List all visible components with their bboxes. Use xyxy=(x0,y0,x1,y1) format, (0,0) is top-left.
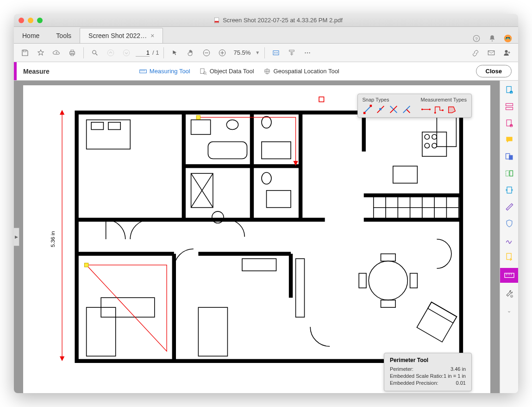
help-icon[interactable]: ? xyxy=(472,34,481,43)
page-up-icon[interactable] xyxy=(104,46,117,59)
zoom-level[interactable]: 75.5% xyxy=(232,48,252,57)
measure-distance-icon[interactable] xyxy=(421,104,431,114)
tab-document[interactable]: Screen Shot 2022… × xyxy=(80,28,163,43)
protect-icon[interactable] xyxy=(504,218,515,229)
fill-sign-icon[interactable] xyxy=(504,235,515,246)
measure-perimeter-icon[interactable] xyxy=(434,104,444,114)
page-down-icon[interactable] xyxy=(120,46,133,59)
svg-rect-57 xyxy=(108,122,120,130)
svg-rect-10 xyxy=(71,50,74,52)
notifications-icon[interactable] xyxy=(488,34,497,43)
geospatial-tool-button[interactable]: Geospatial Location Tool xyxy=(263,68,339,75)
selection-tool-icon[interactable] xyxy=(169,46,182,59)
svg-rect-89 xyxy=(410,273,418,288)
app-window: Screen Shot 2022-07-25 at 4.33.26 PM 2.p… xyxy=(14,14,518,393)
more-tools-side-icon[interactable]: + xyxy=(504,288,515,299)
tab-tools[interactable]: Tools xyxy=(48,28,80,43)
maximize-window-button[interactable] xyxy=(37,18,43,23)
svg-rect-103 xyxy=(363,112,365,114)
zoom-in-icon[interactable] xyxy=(216,46,229,59)
svg-point-27 xyxy=(309,52,310,53)
organize-pages-icon[interactable] xyxy=(504,168,515,179)
svg-line-110 xyxy=(407,109,410,113)
svg-text:+: + xyxy=(510,125,512,127)
perimeter-tool-title: Perimeter Tool xyxy=(390,357,466,363)
tab-bar: Home Tools Screen Shot 2022… × ? xyxy=(14,27,518,44)
svg-point-75 xyxy=(432,143,437,148)
edit-pdf-icon[interactable]: + xyxy=(504,118,515,129)
svg-point-72 xyxy=(425,134,430,140)
svg-point-5 xyxy=(504,35,512,43)
email-icon[interactable] xyxy=(485,46,498,59)
minimize-window-button[interactable] xyxy=(28,18,33,23)
svg-rect-56 xyxy=(91,122,103,130)
svg-point-12 xyxy=(93,50,96,54)
fit-width-icon[interactable] xyxy=(269,46,282,59)
svg-point-29 xyxy=(505,50,508,53)
nav-pane-handle[interactable]: ▶ xyxy=(14,228,19,246)
document-viewport[interactable]: ▶ xyxy=(14,81,500,393)
convert-icon[interactable] xyxy=(504,251,515,262)
combine-files-icon[interactable] xyxy=(504,101,515,112)
compress-pdf-icon[interactable] xyxy=(504,184,515,196)
collapse-panel-icon[interactable]: ⌄ xyxy=(504,305,515,316)
measure-toolbar: Measure Measuring Tool Object Data Tool … xyxy=(14,62,518,81)
svg-line-37 xyxy=(206,74,207,75)
zoom-dropdown-icon[interactable]: ▼ xyxy=(255,50,260,55)
page-display-icon[interactable] xyxy=(285,46,298,59)
page-number-input[interactable] xyxy=(136,49,150,57)
svg-point-6 xyxy=(506,37,507,38)
more-tools-icon[interactable] xyxy=(301,46,314,59)
snap-perpendicular-icon[interactable] xyxy=(401,104,412,114)
hand-tool-icon[interactable] xyxy=(184,46,197,59)
measuring-tool-button[interactable]: Measuring Tool xyxy=(139,68,190,75)
svg-marker-116 xyxy=(448,107,455,113)
comment-icon[interactable] xyxy=(504,134,515,146)
svg-rect-99 xyxy=(84,263,88,267)
add-person-icon[interactable] xyxy=(501,46,513,59)
snap-midpoint-icon[interactable] xyxy=(376,104,386,114)
right-tool-panel: + + + ⌄ xyxy=(500,81,518,393)
tab-close-button[interactable]: × xyxy=(150,32,154,39)
perimeter-value: 3.46 in xyxy=(451,366,466,372)
perimeter-tool-panel: Perimeter Tool Perimeter:3.46 in Embedde… xyxy=(384,353,472,391)
svg-text:5.36 in: 5.36 in xyxy=(50,231,56,248)
star-icon[interactable] xyxy=(34,46,47,59)
find-icon[interactable] xyxy=(88,46,101,59)
svg-line-102 xyxy=(364,106,371,113)
redact-icon[interactable] xyxy=(504,201,515,212)
svg-rect-126 xyxy=(509,155,513,160)
close-window-button[interactable] xyxy=(19,18,24,23)
snap-endpoint-icon[interactable] xyxy=(363,104,373,114)
snap-intersection-icon[interactable] xyxy=(388,104,399,114)
svg-point-59 xyxy=(226,120,238,129)
svg-rect-128 xyxy=(509,171,513,176)
svg-rect-106 xyxy=(379,108,382,110)
object-data-tool-button[interactable]: Object Data Tool xyxy=(200,68,254,75)
create-pdf-icon[interactable]: + xyxy=(504,84,515,95)
export-pdf-icon[interactable] xyxy=(504,151,515,162)
snap-types-panel[interactable]: Snap Types Measurement Types xyxy=(357,94,472,118)
svg-point-113 xyxy=(429,108,431,110)
object-data-icon xyxy=(200,68,207,75)
measure-area-icon[interactable] xyxy=(447,104,457,114)
svg-point-26 xyxy=(307,52,308,53)
svg-rect-98 xyxy=(196,115,200,119)
svg-point-85 xyxy=(369,261,407,300)
tab-home[interactable]: Home xyxy=(14,28,48,43)
svg-rect-131 xyxy=(504,273,513,277)
svg-rect-91 xyxy=(428,302,457,323)
save-icon[interactable] xyxy=(19,46,31,59)
account-icon[interactable] xyxy=(503,34,513,43)
cloud-upload-icon[interactable] xyxy=(50,46,63,59)
svg-rect-11 xyxy=(71,53,74,56)
measure-tool-icon[interactable] xyxy=(500,268,519,283)
svg-rect-41 xyxy=(77,113,461,361)
svg-rect-104 xyxy=(369,105,372,107)
close-measure-button[interactable]: Close xyxy=(476,65,512,77)
print-icon[interactable] xyxy=(66,46,79,59)
svg-rect-94 xyxy=(198,307,227,356)
svg-point-74 xyxy=(425,143,430,148)
zoom-out-icon[interactable] xyxy=(200,46,213,59)
share-link-icon[interactable] xyxy=(469,46,482,59)
